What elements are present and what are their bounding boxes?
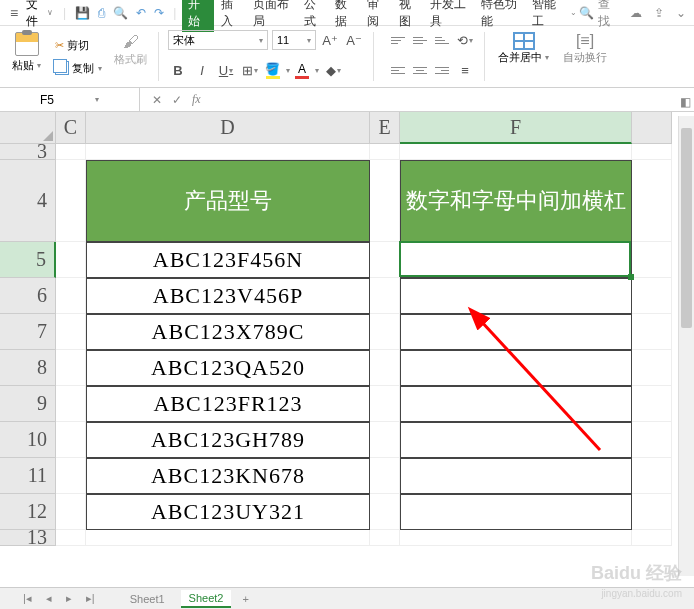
- tab-review[interactable]: 审阅: [362, 0, 392, 32]
- undo-icon[interactable]: ↶: [133, 6, 149, 20]
- cloud-icon[interactable]: ☁: [630, 6, 642, 20]
- cell-G8[interactable]: [632, 350, 672, 386]
- save-icon[interactable]: 💾: [72, 6, 93, 20]
- vertical-scrollbar[interactable]: [678, 116, 694, 576]
- redo-icon[interactable]: ↷: [151, 6, 167, 20]
- tab-layout[interactable]: 页面布局: [248, 0, 297, 32]
- cell-E9[interactable]: [370, 386, 400, 422]
- cell-F5[interactable]: [400, 242, 632, 278]
- tab-nav-prev-icon[interactable]: ◂: [43, 592, 55, 605]
- font-size-select[interactable]: 11▾: [272, 30, 316, 50]
- sheet-tab-1[interactable]: Sheet1: [122, 591, 173, 607]
- cell-F11[interactable]: [400, 458, 632, 494]
- share-icon[interactable]: ⇪: [654, 6, 664, 20]
- tab-smart[interactable]: 智能工: [527, 0, 566, 32]
- cell-D11[interactable]: ABC123KN678: [86, 458, 370, 494]
- cell-C10[interactable]: [56, 422, 86, 458]
- increase-font-button[interactable]: A⁺: [320, 30, 340, 50]
- row-header-5[interactable]: 5: [0, 242, 56, 278]
- cell-E10[interactable]: [370, 422, 400, 458]
- cell-D10[interactable]: ABC123GH789: [86, 422, 370, 458]
- italic-button[interactable]: I: [192, 60, 212, 80]
- fill-color-button[interactable]: 🪣: [264, 62, 281, 79]
- cell-C7[interactable]: [56, 314, 86, 350]
- column-header-g[interactable]: [632, 112, 672, 144]
- tab-data[interactable]: 数据: [330, 0, 360, 32]
- tab-nav-first-icon[interactable]: |◂: [20, 592, 35, 605]
- cell-F10[interactable]: [400, 422, 632, 458]
- cell-F9[interactable]: [400, 386, 632, 422]
- preview-icon[interactable]: 🔍: [110, 6, 131, 20]
- fx-icon[interactable]: fx: [192, 92, 201, 107]
- decrease-font-button[interactable]: A⁻: [344, 30, 364, 50]
- chevron-down-icon[interactable]: ▾: [286, 66, 290, 75]
- file-menu[interactable]: 文件 ∨: [22, 0, 57, 30]
- tab-insert[interactable]: 插入: [216, 0, 246, 32]
- border-button[interactable]: ⊞▾: [240, 60, 260, 80]
- cell-E4[interactable]: [370, 160, 400, 242]
- accept-formula-icon[interactable]: ✓: [172, 93, 182, 107]
- cell-G11[interactable]: [632, 458, 672, 494]
- row-header-3[interactable]: 3: [0, 144, 56, 160]
- cell-C9[interactable]: [56, 386, 86, 422]
- cell-G13[interactable]: [632, 530, 672, 546]
- cell-C12[interactable]: [56, 494, 86, 530]
- effects-button[interactable]: ◆▾: [323, 60, 343, 80]
- cell-D3[interactable]: [86, 144, 370, 160]
- row-header-8[interactable]: 8: [0, 350, 56, 386]
- cell-C11[interactable]: [56, 458, 86, 494]
- select-all-corner[interactable]: [0, 112, 56, 144]
- cell-G5[interactable]: [632, 242, 672, 278]
- print-icon[interactable]: ⎙: [95, 6, 108, 20]
- align-center-button[interactable]: [411, 62, 429, 78]
- bold-button[interactable]: B: [168, 60, 188, 80]
- cell-G3[interactable]: [632, 144, 672, 160]
- column-header-d[interactable]: D: [86, 112, 370, 144]
- underline-button[interactable]: U▾: [216, 60, 236, 80]
- cell-F4[interactable]: 数字和字母中间加横杠: [400, 160, 632, 242]
- tab-nav-next-icon[interactable]: ▸: [63, 592, 75, 605]
- cell-D9[interactable]: ABC123FR123: [86, 386, 370, 422]
- row-header-7[interactable]: 7: [0, 314, 56, 350]
- cell-E11[interactable]: [370, 458, 400, 494]
- column-header-c[interactable]: C: [56, 112, 86, 144]
- cell-C13[interactable]: [56, 530, 86, 546]
- row-header-4[interactable]: 4: [0, 160, 56, 242]
- cell-C8[interactable]: [56, 350, 86, 386]
- search-box[interactable]: 🔍 查找: [579, 0, 614, 30]
- tab-start[interactable]: 开始: [182, 0, 214, 32]
- tab-formula[interactable]: 公式: [299, 0, 329, 32]
- cell-F8[interactable]: [400, 350, 632, 386]
- cell-G7[interactable]: [632, 314, 672, 350]
- row-header-11[interactable]: 11: [0, 458, 56, 494]
- row-header-13[interactable]: 13: [0, 530, 56, 546]
- column-header-f[interactable]: F: [400, 112, 632, 144]
- cell-E6[interactable]: [370, 278, 400, 314]
- scrollbar-thumb[interactable]: [681, 128, 692, 328]
- column-header-e[interactable]: E: [370, 112, 400, 144]
- cell-E7[interactable]: [370, 314, 400, 350]
- cut-button[interactable]: ✂剪切: [51, 36, 106, 55]
- new-sheet-icon[interactable]: +: [239, 593, 251, 605]
- tab-feature[interactable]: 特色功能: [476, 0, 525, 32]
- cell-D12[interactable]: ABC123UY321: [86, 494, 370, 530]
- cell-C6[interactable]: [56, 278, 86, 314]
- tab-dev[interactable]: 开发工具: [425, 0, 474, 32]
- copy-button[interactable]: 复制▾: [51, 59, 106, 78]
- cell-C3[interactable]: [56, 144, 86, 160]
- cell-D7[interactable]: ABC123X789C: [86, 314, 370, 350]
- cell-E12[interactable]: [370, 494, 400, 530]
- cell-E13[interactable]: [370, 530, 400, 546]
- formula-input[interactable]: [201, 88, 694, 111]
- sheet-tab-2[interactable]: Sheet2: [181, 590, 232, 608]
- cell-G6[interactable]: [632, 278, 672, 314]
- menu-icon[interactable]: ≡: [8, 5, 20, 21]
- row-header-10[interactable]: 10: [0, 422, 56, 458]
- more-tabs-icon[interactable]: ⌄: [570, 8, 577, 17]
- fill-handle[interactable]: [628, 274, 634, 280]
- cell-E8[interactable]: [370, 350, 400, 386]
- cell-E5[interactable]: [370, 242, 400, 278]
- cell-D4[interactable]: 产品型号: [86, 160, 370, 242]
- cell-C4[interactable]: [56, 160, 86, 242]
- format-painter-button[interactable]: 🖌 格式刷: [112, 30, 149, 83]
